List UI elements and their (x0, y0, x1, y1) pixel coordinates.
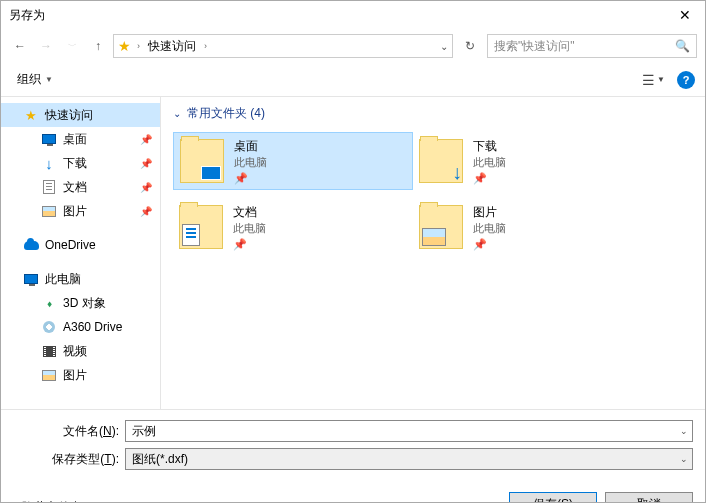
tile-name: 桌面 (234, 138, 267, 155)
window-title: 另存为 (9, 7, 45, 24)
section-title: 常用文件夹 (4) (187, 105, 265, 122)
tile-meta: 文档此电脑📌 (233, 204, 266, 251)
folder-tile[interactable]: 图片此电脑📌 (413, 198, 653, 256)
folder-tile[interactable]: 桌面此电脑📌 (173, 132, 413, 190)
tile-sub: 此电脑 (233, 221, 266, 236)
tile-meta: 下载此电脑📌 (473, 138, 506, 185)
sidebar-item[interactable]: 图片📌 (1, 199, 160, 223)
body: ★快速访问桌面📌↓下载📌文档📌图片📌OneDrive此电脑⬧3D 对象A360 … (1, 97, 705, 409)
tile-sub: 此电脑 (473, 155, 506, 170)
search-input[interactable]: 搜索"快速访问" 🔍 (487, 34, 697, 58)
folder-tile[interactable]: 文档此电脑📌 (173, 198, 413, 256)
titlebar: 另存为 ✕ (1, 1, 705, 29)
chevron-down-icon[interactable]: ⌄ (680, 426, 688, 436)
pin-icon: 📌 (140, 206, 152, 217)
section-header[interactable]: ⌄ 常用文件夹 (4) (173, 105, 693, 122)
filename-label: 文件名(N): (13, 423, 125, 440)
view-icon: ☰ (642, 72, 655, 88)
folder-tile[interactable]: ↓下载此电脑📌 (413, 132, 653, 190)
cube-icon: ⬧ (41, 295, 57, 311)
sidebar-item-label: 3D 对象 (63, 295, 106, 312)
save-button[interactable]: 保存(S) (509, 492, 597, 503)
chevron-right-icon: › (137, 41, 140, 51)
sidebar: ★快速访问桌面📌↓下载📌文档📌图片📌OneDrive此电脑⬧3D 对象A360 … (1, 97, 161, 409)
form-area: 文件名(N): 示例 ⌄ 保存类型(T): 图纸(*.dxf) ⌄ (1, 409, 705, 484)
sidebar-item[interactable]: ★快速访问 (1, 103, 160, 127)
crumb-dropdown-icon[interactable]: ⌄ (440, 41, 448, 52)
breadcrumb-segment[interactable]: 快速访问 (146, 38, 198, 55)
nav-row: ← → ﹀ ↑ ★ › 快速访问 › ⌄ ↻ 搜索"快速访问" 🔍 (1, 29, 705, 63)
folder-icon: ↓ (419, 139, 463, 183)
refresh-button[interactable]: ↻ (457, 34, 483, 58)
star-icon: ★ (23, 107, 39, 123)
picture-icon (422, 228, 446, 246)
forward-button[interactable]: → (35, 35, 57, 57)
up-button[interactable]: ↑ (87, 35, 109, 57)
chevron-down-icon[interactable]: ⌄ (680, 454, 688, 464)
document-icon (41, 179, 57, 195)
filename-input[interactable]: 示例 ⌄ (125, 420, 693, 442)
pin-icon: 📌 (140, 158, 152, 169)
folder-icon (180, 139, 224, 183)
sidebar-item[interactable]: OneDrive (1, 233, 160, 257)
film-icon (41, 343, 57, 359)
pin-icon: 📌 (473, 238, 506, 251)
download-icon: ↓ (41, 155, 57, 171)
filetype-label: 保存类型(T): (13, 451, 125, 468)
pin-icon: 📌 (473, 172, 506, 185)
breadcrumb[interactable]: ★ › 快速访问 › ⌄ (113, 34, 453, 58)
tile-name: 文档 (233, 204, 266, 221)
filetype-select[interactable]: 图纸(*.dxf) ⌄ (125, 448, 693, 470)
sidebar-item[interactable]: 图片 (1, 363, 160, 387)
tile-sub: 此电脑 (473, 221, 506, 236)
recent-dropdown[interactable]: ﹀ (61, 35, 83, 57)
filetype-value: 图纸(*.dxf) (132, 451, 188, 468)
cancel-button[interactable]: 取消 (605, 492, 693, 503)
chevron-right-icon: › (204, 41, 207, 51)
help-button[interactable]: ? (677, 71, 695, 89)
document-icon (182, 224, 200, 246)
pin-icon: 📌 (234, 172, 267, 185)
chevron-down-icon: ▼ (657, 75, 665, 84)
chevron-down-icon: ⌄ (173, 108, 181, 119)
sidebar-item[interactable]: ↓下载📌 (1, 151, 160, 175)
sidebar-item[interactable]: 文档📌 (1, 175, 160, 199)
sidebar-item-label: 图片 (63, 203, 87, 220)
view-button[interactable]: ☰ ▼ (642, 72, 665, 88)
monitor-icon (23, 271, 39, 287)
sidebar-item-label: OneDrive (45, 238, 96, 252)
pin-icon: 📌 (140, 134, 152, 145)
pin-icon: 📌 (233, 238, 266, 251)
sidebar-item[interactable]: 此电脑 (1, 267, 160, 291)
close-button[interactable]: ✕ (665, 1, 705, 29)
sidebar-item-label: A360 Drive (63, 320, 122, 334)
sidebar-item[interactable]: 视频 (1, 339, 160, 363)
sidebar-item[interactable]: A360 Drive (1, 315, 160, 339)
toolbar: 组织 ▼ ☰ ▼ ? (1, 63, 705, 97)
disk-icon (41, 319, 57, 335)
folder-icon (179, 205, 223, 249)
tile-name: 下载 (473, 138, 506, 155)
tiles-container: 桌面此电脑📌↓下载此电脑📌文档此电脑📌图片此电脑📌 (173, 132, 693, 264)
tile-meta: 桌面此电脑📌 (234, 138, 267, 185)
picture-icon (41, 367, 57, 383)
tile-meta: 图片此电脑📌 (473, 204, 506, 251)
sidebar-item-label: 快速访问 (45, 107, 93, 124)
sidebar-item-label: 视频 (63, 343, 87, 360)
sidebar-item-label: 桌面 (63, 131, 87, 148)
organize-label: 组织 (17, 71, 41, 88)
sidebar-item-label: 图片 (63, 367, 87, 384)
organize-button[interactable]: 组织 ▼ (11, 69, 59, 90)
star-icon: ★ (118, 38, 131, 54)
tile-sub: 此电脑 (234, 155, 267, 170)
hide-folders-button[interactable]: ˄ 隐藏文件夹 (13, 499, 82, 503)
hide-folders-label: 隐藏文件夹 (22, 499, 82, 503)
sidebar-item-label: 此电脑 (45, 271, 81, 288)
sidebar-item[interactable]: 桌面📌 (1, 127, 160, 151)
back-button[interactable]: ← (9, 35, 31, 57)
main-pane: ⌄ 常用文件夹 (4) 桌面此电脑📌↓下载此电脑📌文档此电脑📌图片此电脑📌 (161, 97, 705, 409)
search-placeholder: 搜索"快速访问" (494, 38, 575, 55)
sidebar-item-label: 文档 (63, 179, 87, 196)
folder-icon (419, 205, 463, 249)
sidebar-item[interactable]: ⬧3D 对象 (1, 291, 160, 315)
